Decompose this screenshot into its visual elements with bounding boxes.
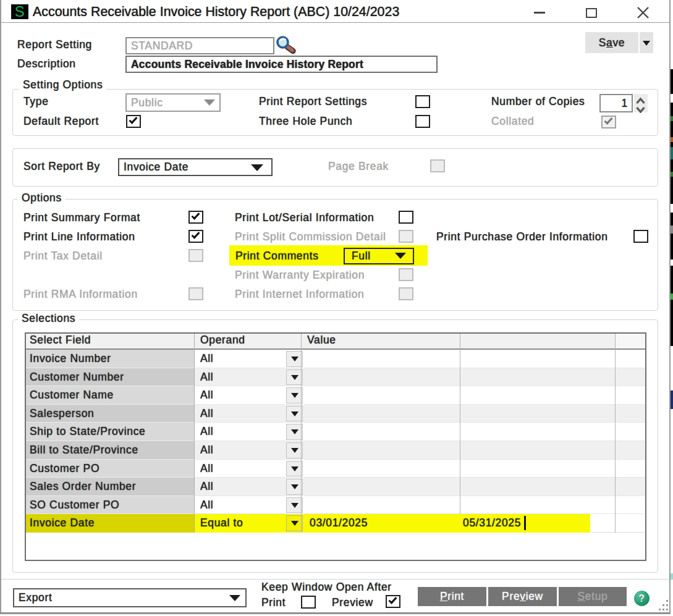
svg-text:?: ?: [638, 593, 645, 604]
